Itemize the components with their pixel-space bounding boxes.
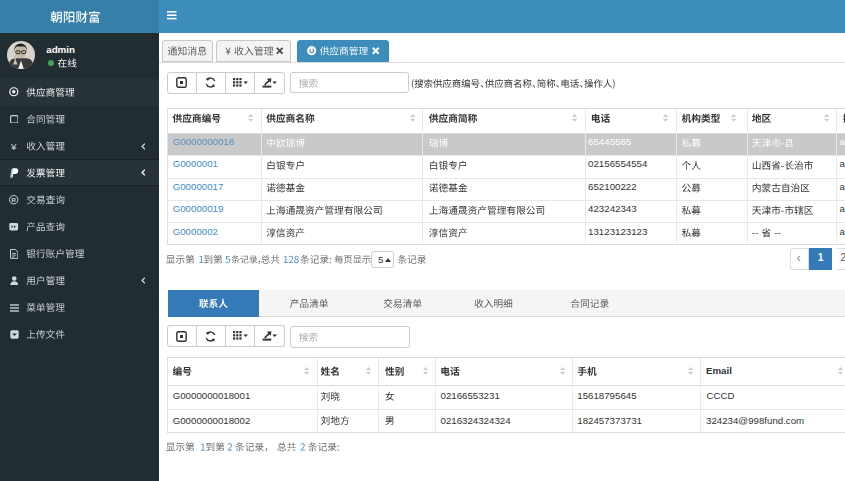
svg-text:R: R [12, 197, 17, 203]
